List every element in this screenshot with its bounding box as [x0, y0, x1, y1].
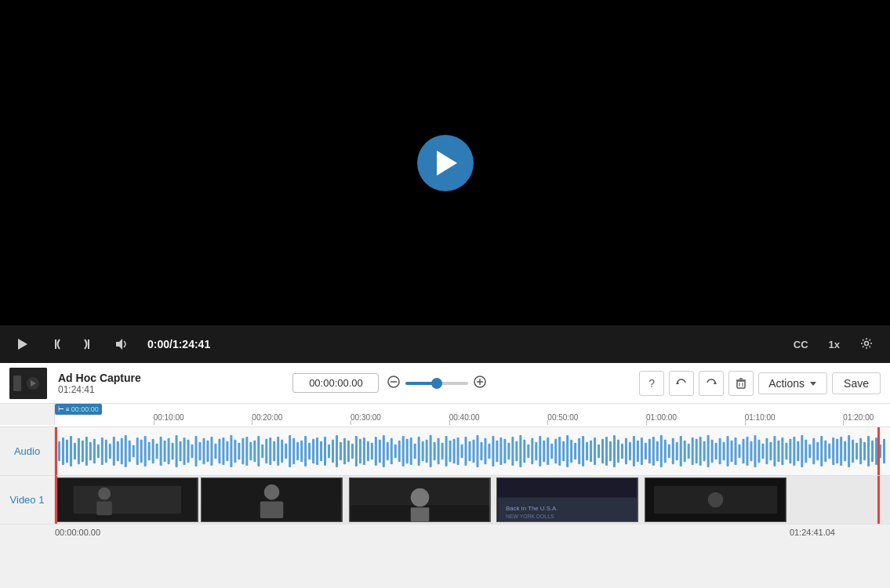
svg-rect-212: [801, 435, 803, 467]
svg-rect-116: [426, 440, 428, 463]
save-button[interactable]: Save: [832, 372, 881, 394]
svg-rect-117: [430, 435, 432, 467]
svg-rect-140: [519, 435, 521, 467]
svg-rect-235: [74, 486, 182, 514]
svg-rect-23: [62, 437, 64, 465]
svg-rect-49: [164, 441, 166, 462]
svg-rect-94: [340, 442, 342, 460]
forward-button[interactable]: [78, 334, 99, 354]
svg-rect-38: [121, 438, 123, 464]
svg-rect-47: [156, 444, 158, 459]
svg-text:Back In The U.S.A.: Back In The U.S.A.: [506, 505, 558, 512]
speed-button[interactable]: 1x: [824, 336, 845, 354]
svg-rect-191: [719, 438, 721, 464]
svg-rect-40: [129, 441, 131, 462]
cc-button[interactable]: CC: [789, 336, 813, 354]
svg-rect-90: [324, 437, 326, 466]
svg-rect-165: [617, 440, 619, 463]
video-start-marker[interactable]: [55, 476, 57, 524]
actions-label: Actions: [768, 377, 805, 390]
svg-rect-161: [601, 439, 604, 463]
rewind-button[interactable]: [45, 334, 66, 354]
video-content[interactable]: Back In The U.S.A. NEW YORK DOLLS: [55, 476, 890, 524]
svg-rect-107: [391, 438, 393, 464]
zoom-in-button[interactable]: [473, 375, 487, 391]
svg-rect-217: [820, 436, 823, 466]
video-track: Video 1: [0, 476, 890, 524]
svg-rect-172: [645, 443, 647, 460]
svg-rect-111: [406, 439, 409, 463]
svg-rect-113: [414, 444, 416, 459]
video-end-marker[interactable]: [877, 476, 880, 524]
svg-rect-137: [507, 443, 510, 460]
zoom-slider[interactable]: [405, 382, 468, 385]
svg-rect-66: [230, 435, 232, 467]
cursor-handle[interactable]: ⊢ ≡ 00:00:00: [55, 404, 102, 415]
svg-rect-104: [379, 440, 381, 463]
svg-rect-100: [363, 437, 365, 465]
svg-rect-56: [191, 445, 194, 459]
svg-rect-197: [743, 439, 745, 463]
svg-rect-87: [312, 439, 314, 463]
end-marker[interactable]: [877, 427, 880, 475]
svg-marker-14: [676, 381, 679, 384]
svg-rect-177: [664, 440, 667, 463]
svg-rect-184: [692, 437, 694, 465]
timeline-footer: 00:00:00.00 01:24:41.04: [0, 524, 890, 540]
actions-button[interactable]: Actions: [758, 372, 827, 394]
play-button[interactable]: [417, 135, 474, 191]
timeline-ruler: ⊢ ≡ 00:00:00 00:10:00 00:20:00 00:30:00 …: [0, 404, 890, 427]
svg-rect-151: [562, 441, 565, 461]
svg-rect-220: [832, 437, 834, 465]
svg-rect-97: [351, 444, 354, 459]
svg-rect-195: [735, 437, 737, 465]
audio-waveform: [58, 434, 887, 469]
play-pause-button[interactable]: [13, 334, 33, 354]
svg-rect-226: [855, 443, 858, 460]
svg-rect-157: [586, 442, 588, 460]
settings-button[interactable]: [855, 334, 877, 355]
svg-rect-51: [172, 443, 174, 460]
svg-rect-76: [269, 437, 271, 465]
svg-rect-170: [637, 441, 639, 462]
undo-button[interactable]: [669, 371, 694, 396]
svg-rect-196: [739, 445, 741, 459]
svg-rect-230: [871, 441, 874, 462]
audio-content[interactable]: [55, 427, 890, 475]
svg-point-243: [411, 488, 430, 507]
svg-rect-50: [168, 438, 170, 464]
zoom-out-button[interactable]: [387, 375, 401, 391]
delete-button[interactable]: [728, 371, 754, 396]
timecode-input[interactable]: [292, 373, 379, 393]
svg-rect-209: [789, 439, 791, 463]
svg-rect-92: [332, 440, 334, 463]
clip-duration: 01:24:41: [58, 384, 141, 395]
svg-rect-53: [180, 441, 182, 461]
svg-rect-75: [265, 439, 267, 463]
svg-rect-147: [547, 437, 549, 465]
redo-button[interactable]: [699, 371, 724, 396]
svg-rect-112: [410, 437, 412, 465]
svg-rect-132: [488, 444, 490, 459]
svg-rect-62: [214, 444, 216, 459]
svg-rect-48: [160, 437, 162, 466]
volume-button[interactable]: [111, 334, 132, 354]
svg-rect-69: [242, 438, 244, 464]
video-thumbnail: [645, 477, 786, 522]
svg-rect-233: [883, 439, 885, 463]
svg-rect-164: [613, 435, 616, 467]
svg-rect-211: [797, 441, 799, 461]
svg-rect-96: [347, 441, 350, 462]
timeline-container: ⊢ ≡ 00:00:00 00:10:00 00:20:00 00:30:00 …: [0, 404, 890, 540]
svg-rect-206: [777, 441, 779, 462]
svg-rect-214: [808, 445, 811, 459]
svg-rect-99: [359, 439, 361, 463]
start-marker[interactable]: [55, 427, 57, 475]
help-button[interactable]: ?: [639, 371, 664, 396]
svg-rect-89: [320, 441, 322, 461]
svg-rect-134: [496, 441, 498, 462]
timeline-cursor[interactable]: ⊢ ≡ 00:00:00: [55, 404, 102, 415]
play-icon: [437, 151, 457, 176]
svg-rect-108: [394, 445, 397, 459]
svg-rect-156: [582, 436, 584, 466]
